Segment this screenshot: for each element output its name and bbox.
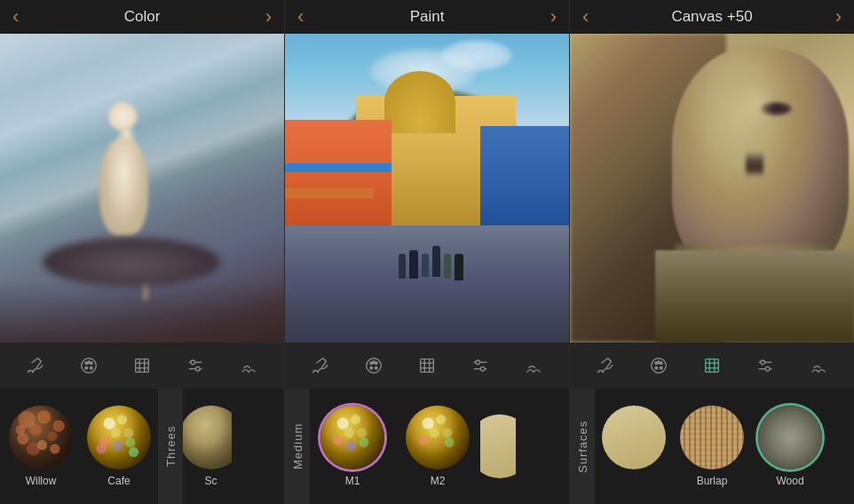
svg-point-28 bbox=[476, 360, 480, 365]
canvas-tool-paint[interactable] bbox=[415, 353, 439, 378]
svg-rect-21 bbox=[421, 359, 434, 373]
brush-tool-canvas[interactable] bbox=[593, 353, 618, 378]
svg-point-19 bbox=[375, 366, 377, 369]
panel-canvas-title: Canvas +50 bbox=[671, 8, 752, 26]
plain-thumb bbox=[602, 406, 666, 469]
panel-paint-prev-arrow[interactable]: ‹ bbox=[297, 5, 304, 28]
cafe-thumb bbox=[87, 406, 151, 469]
palette-tool-color[interactable] bbox=[76, 353, 101, 378]
panels-row: ‹ Color › bbox=[0, 0, 854, 389]
sc-label: Sc bbox=[204, 475, 217, 487]
medium-vertical-label: Medium bbox=[285, 389, 310, 504]
m2-thumb bbox=[406, 406, 470, 469]
bottom-paint-panel: Medium M1 M2 bbox=[285, 389, 570, 504]
panel-canvas-prev-arrow[interactable]: ‹ bbox=[582, 5, 589, 28]
panel-paint-header: ‹ Paint › bbox=[285, 0, 569, 34]
awning bbox=[285, 188, 374, 199]
panel-color-header: ‹ Color › bbox=[0, 0, 284, 34]
svg-point-30 bbox=[652, 358, 667, 374]
text-tool-color[interactable] bbox=[236, 353, 261, 378]
svg-point-4 bbox=[90, 366, 92, 369]
m1-thumb bbox=[320, 406, 384, 469]
panel-canvas-next-arrow[interactable]: › bbox=[835, 5, 842, 28]
svg-point-0 bbox=[82, 358, 97, 374]
style-item-cafe[interactable]: Cafe bbox=[80, 406, 158, 487]
bird-head bbox=[108, 102, 137, 130]
panel-paint-image bbox=[285, 34, 569, 343]
svg-point-33 bbox=[655, 366, 658, 369]
bottom-canvas-panel: Surfaces _ Burlap Wood bbox=[570, 389, 854, 504]
style-item-wood[interactable]: Wood bbox=[751, 406, 829, 487]
blue-stripe bbox=[285, 163, 391, 172]
panel-color: ‹ Color › bbox=[0, 0, 285, 389]
svg-point-5 bbox=[88, 361, 91, 364]
sc-thumb bbox=[183, 406, 232, 469]
canvas-tool-color[interactable] bbox=[130, 353, 154, 378]
svg-point-14 bbox=[195, 366, 200, 371]
wood-thumb bbox=[758, 406, 822, 469]
panel-paint-toolbar bbox=[285, 343, 569, 389]
panel-canvas-image bbox=[570, 34, 854, 343]
style-item-plain[interactable]: _ bbox=[595, 406, 673, 487]
panel-color-title: Color bbox=[124, 8, 161, 26]
panel-paint-title: Paint bbox=[410, 8, 445, 26]
panel-color-image bbox=[0, 34, 284, 343]
svg-point-44 bbox=[765, 366, 770, 371]
palette-tool-canvas[interactable] bbox=[646, 353, 671, 378]
svg-point-43 bbox=[761, 360, 765, 365]
panel-color-prev-arrow[interactable]: ‹ bbox=[12, 5, 19, 28]
app-container: ‹ Color › bbox=[0, 0, 854, 504]
surfaces-label-text: Surfaces bbox=[576, 420, 589, 472]
svg-point-20 bbox=[373, 361, 376, 364]
m1-label: M1 bbox=[345, 475, 360, 487]
street bbox=[285, 225, 569, 343]
svg-point-34 bbox=[660, 366, 662, 369]
palette-tool-paint[interactable] bbox=[361, 353, 386, 378]
style-item-partial bbox=[480, 414, 516, 478]
panel-paint: ‹ Paint › bbox=[285, 0, 570, 389]
plain-label: _ bbox=[631, 475, 637, 487]
surfaces-vertical-label: Surfaces bbox=[570, 389, 595, 504]
threes-label-text: Threes bbox=[164, 426, 178, 467]
text-tool-paint[interactable] bbox=[521, 353, 546, 378]
sliders-tool-color[interactable] bbox=[183, 353, 208, 378]
burlap-label: Burlap bbox=[697, 475, 728, 487]
bottom-strip: Willow Cafe Threes Sc Medium bbox=[0, 389, 854, 504]
style-item-willow[interactable]: Willow bbox=[0, 406, 80, 487]
brush-tool-color[interactable] bbox=[23, 353, 48, 378]
sliders-tool-paint[interactable] bbox=[468, 353, 493, 378]
svg-point-29 bbox=[480, 366, 485, 371]
style-item-sc[interactable]: Sc bbox=[183, 406, 232, 487]
partial-thumb bbox=[480, 414, 516, 478]
canvas-tool-canvas-active[interactable] bbox=[700, 353, 724, 378]
cafe-label: Cafe bbox=[107, 475, 130, 487]
style-item-burlap[interactable]: Burlap bbox=[673, 406, 751, 487]
bird-body bbox=[99, 138, 148, 236]
svg-point-15 bbox=[367, 358, 382, 374]
brush-tool-paint[interactable] bbox=[308, 353, 333, 378]
svg-point-35 bbox=[658, 361, 660, 364]
panel-canvas: ‹ Canvas +50 › bbox=[570, 0, 854, 389]
building-dome bbox=[384, 71, 455, 133]
style-item-m1[interactable]: M1 bbox=[310, 406, 395, 487]
panel-paint-next-arrow[interactable]: › bbox=[550, 5, 557, 28]
willow-label: Willow bbox=[26, 475, 57, 487]
panel-canvas-toolbar bbox=[570, 343, 854, 389]
rock bbox=[43, 238, 220, 287]
willow-thumb bbox=[9, 406, 73, 469]
svg-point-3 bbox=[85, 366, 88, 369]
svg-rect-6 bbox=[136, 359, 149, 373]
ground-overlay bbox=[0, 280, 284, 343]
text-tool-canvas[interactable] bbox=[806, 353, 831, 378]
style-item-m2[interactable]: M2 bbox=[395, 406, 480, 487]
svg-point-18 bbox=[370, 366, 373, 369]
bottom-color-panel: Willow Cafe Threes Sc bbox=[0, 389, 285, 504]
portrait-nose bbox=[746, 151, 763, 177]
sliders-tool-canvas[interactable] bbox=[753, 353, 778, 378]
panel-color-next-arrow[interactable]: › bbox=[265, 5, 272, 28]
people-group bbox=[399, 254, 463, 280]
svg-rect-36 bbox=[706, 359, 719, 373]
medium-label-text: Medium bbox=[291, 423, 304, 469]
portrait-shirt bbox=[655, 250, 854, 343]
panel-color-toolbar bbox=[0, 343, 284, 389]
